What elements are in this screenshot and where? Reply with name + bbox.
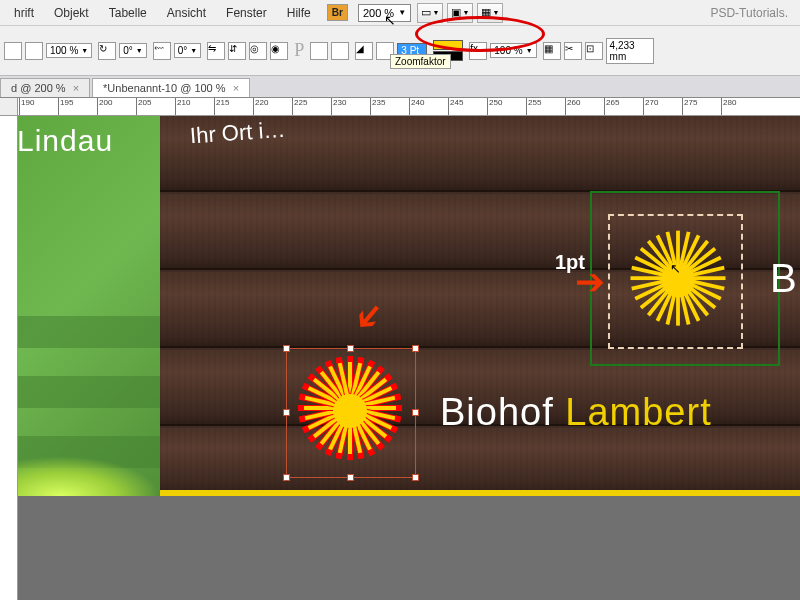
rotate-icon[interactable]: ↻: [98, 42, 116, 60]
ruler-tick: 200: [97, 98, 136, 115]
ruler-tick: 195: [58, 98, 97, 115]
ruler-tick: 235: [370, 98, 409, 115]
resize-handle-e[interactable]: [412, 409, 419, 416]
ruler-vertical[interactable]: [0, 116, 18, 600]
flip-h-icon[interactable]: ⇋: [207, 42, 225, 60]
green-sidebar-graphic: 2 Lindau: [18, 116, 160, 496]
opacity2-field[interactable]: 100 %▼: [490, 43, 536, 58]
paragraph-style-icon[interactable]: [4, 42, 22, 60]
document-tab-bar: d @ 200 % × *Unbenannt-10 @ 100 % ×: [0, 76, 800, 98]
opacity-field[interactable]: 100 %▼: [46, 43, 92, 58]
ruler-tick: 225: [292, 98, 331, 115]
paragraph-icon[interactable]: P: [294, 40, 304, 61]
misc-icon-2[interactable]: [331, 42, 349, 60]
wood-background: Ihr Ort i… Biohof Lambert: [160, 116, 800, 496]
document-canvas[interactable]: 2 Lindau Ihr Ort i… Biohof: [18, 116, 800, 516]
lindau-text: 2 Lindau: [18, 124, 113, 158]
tab-doc-2[interactable]: *Unbenannt-10 @ 100 % ×: [92, 78, 250, 97]
resize-handle-w[interactable]: [283, 409, 290, 416]
ruler-horizontal[interactable]: 1901952002052102152202252302352402452502…: [0, 98, 800, 116]
frame-fit-icon[interactable]: ⊡: [585, 42, 603, 60]
ruler-tick: 240: [409, 98, 448, 115]
resize-handle-n[interactable]: [347, 345, 354, 352]
ruler-tick: 260: [565, 98, 604, 115]
effects-icon[interactable]: fx: [469, 42, 487, 60]
close-icon[interactable]: ×: [73, 82, 79, 94]
ruler-origin[interactable]: [0, 98, 18, 116]
ruler-tick: 270: [643, 98, 682, 115]
ruler-tick: 215: [214, 98, 253, 115]
resize-handle-ne[interactable]: [412, 345, 419, 352]
flip-v-icon[interactable]: ⇵: [228, 42, 246, 60]
fill-swatch[interactable]: [433, 40, 463, 50]
angle-field[interactable]: 0°▼: [119, 43, 147, 58]
annotation-arrow-1: ➔: [575, 261, 605, 303]
resize-handle-sw[interactable]: [283, 474, 290, 481]
ruler-tick: 245: [448, 98, 487, 115]
shear-icon[interactable]: ⬳: [153, 42, 171, 60]
view-mode-button[interactable]: ▭▼: [417, 3, 443, 23]
menu-ansicht[interactable]: Ansicht: [157, 3, 216, 23]
ruler-tick: 205: [136, 98, 175, 115]
resize-handle-nw[interactable]: [283, 345, 290, 352]
ruler-tick: 265: [604, 98, 643, 115]
dimension-field[interactable]: 4,233 mm: [606, 38, 654, 64]
chevron-down-icon: ▼: [398, 8, 406, 17]
menu-fenster[interactable]: Fenster: [216, 3, 277, 23]
zoom-tooltip: Zoomfaktor: [390, 54, 451, 69]
menu-schrift[interactable]: hrift: [4, 3, 44, 23]
workspace: 2 Lindau Ihr Ort i… Biohof: [0, 116, 800, 600]
cursor-icon: ↖: [670, 261, 681, 276]
select-container-icon[interactable]: ◎: [249, 42, 267, 60]
tab-doc-1[interactable]: d @ 200 % ×: [0, 78, 90, 97]
cursor-icon: ↖: [384, 12, 396, 28]
arrange-button[interactable]: ▦▼: [477, 3, 503, 23]
control-toolbar: Zoomfaktor 100 %▼ ↻ 0°▼ ⬳ 0°▼ ⇋ ⇵ ◎ ◉ P …: [0, 26, 800, 76]
menu-tabelle[interactable]: Tabelle: [99, 3, 157, 23]
text-wrap-icon[interactable]: ▦: [543, 42, 561, 60]
align-icon[interactable]: [25, 42, 43, 60]
ruler-tick: 220: [253, 98, 292, 115]
inset-brand-text: Bi: [770, 256, 800, 301]
ruler-tick: 230: [331, 98, 370, 115]
resize-handle-se[interactable]: [412, 474, 419, 481]
menu-hilfe[interactable]: Hilfe: [277, 3, 321, 23]
ruler-tick: 275: [682, 98, 721, 115]
psd-tutorials-label: PSD-Tutorials.: [710, 6, 788, 20]
select-content-icon[interactable]: ◉: [270, 42, 288, 60]
close-icon[interactable]: ×: [233, 82, 239, 94]
shear-field[interactable]: 0°▼: [174, 43, 202, 58]
sun-logo-inset: [621, 224, 735, 338]
yellow-divider: [160, 490, 800, 496]
ruler-tick: 280: [721, 98, 760, 115]
screen-mode-button[interactable]: ▣▼: [447, 3, 473, 23]
corner-icon[interactable]: ◢: [355, 42, 373, 60]
bridge-button[interactable]: Br: [327, 4, 348, 21]
ruler-tick: 250: [487, 98, 526, 115]
crop-icon[interactable]: ✂: [564, 42, 582, 60]
menu-objekt[interactable]: Objekt: [44, 3, 99, 23]
menu-bar: hrift Objekt Tabelle Ansicht Fenster Hil…: [0, 0, 800, 26]
selection-box[interactable]: [286, 348, 416, 478]
ruler-tick: 255: [526, 98, 565, 115]
misc-icon-1[interactable]: [310, 42, 328, 60]
ruler-tick: 210: [175, 98, 214, 115]
resize-handle-s[interactable]: [347, 474, 354, 481]
ruler-tick: 190: [19, 98, 58, 115]
brand-text: Biohof Lambert: [440, 391, 712, 434]
